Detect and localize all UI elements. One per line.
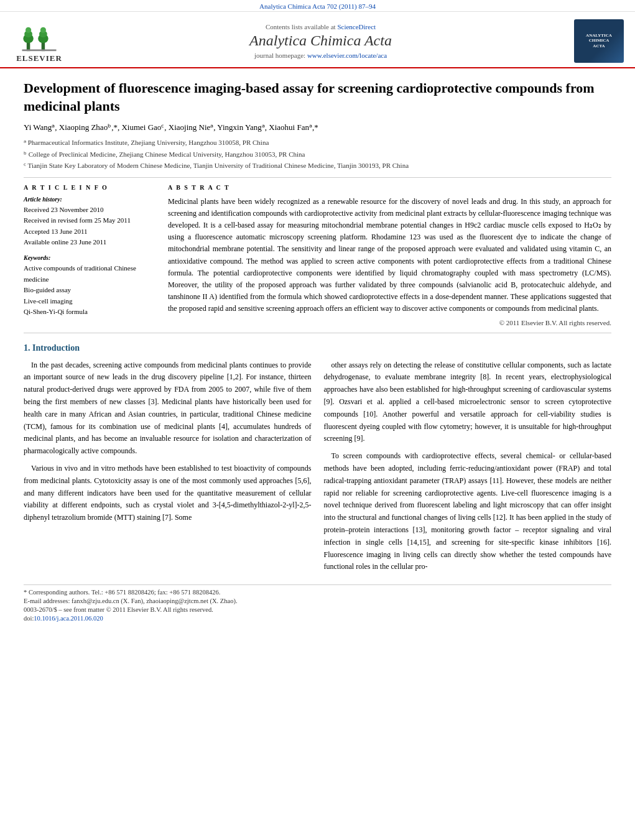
keywords-section: Keywords: Active compounds of traditiona… bbox=[24, 254, 154, 318]
article-history: Article history: Received 23 November 20… bbox=[24, 196, 154, 248]
doi-link[interactable]: 10.1016/j.aca.2011.06.020 bbox=[34, 615, 103, 622]
keyword-2: Bio-guided assay bbox=[24, 285, 154, 296]
revised-date: Received in revised form 25 May 2011 bbox=[24, 215, 154, 226]
journal-header: Analytica Chimica Acta 702 (2011) 87–94 … bbox=[0, 0, 635, 68]
email-addresses: E-mail addresses: fanxh@zju.edu.cn (X. F… bbox=[24, 598, 611, 604]
introduction-section: 1. Introduction In the past decades, scr… bbox=[24, 343, 611, 579]
analytica-journal-logo: ANALYTICACHIMICAACTA bbox=[574, 19, 624, 63]
elsevier-tree-icon bbox=[21, 18, 58, 52]
intro-para-4: To screen compounds with cardioprotectiv… bbox=[324, 450, 612, 573]
left-column: A R T I C L E I N F O Article history: R… bbox=[24, 184, 154, 326]
intro-two-col: In the past decades, screening active co… bbox=[24, 359, 611, 579]
keyword-3: Live-cell imaging bbox=[24, 296, 154, 307]
header-content: ELSEVIER Contents lists available at Sci… bbox=[0, 12, 635, 67]
section-num: 1. bbox=[24, 343, 30, 353]
issn-line: 0003-2670/$ – see front matter © 2011 El… bbox=[24, 606, 611, 613]
homepage-link[interactable]: www.elsevier.com/locate/aca bbox=[307, 52, 387, 59]
main-content: Development of fluorescence imaging-base… bbox=[0, 68, 635, 635]
copyright-line: © 2011 Elsevier B.V. All rights reserved… bbox=[168, 319, 611, 326]
abstract-text: Medicinal plants have been widely recogn… bbox=[168, 196, 611, 315]
affiliation-a: ᵃ Pharmaceutical Informatics Institute, … bbox=[24, 137, 611, 148]
accepted-date: Accepted 13 June 2011 bbox=[24, 226, 154, 238]
keyword-1: Active compounds of traditional Chinese … bbox=[24, 263, 154, 285]
affiliation-b: ᵇ College of Preclinical Medicine, Zheji… bbox=[24, 149, 611, 160]
affiliation-c: ᶜ Tianjin State Key Laboratory of Modern… bbox=[24, 160, 611, 171]
right-column: A B S T R A C T Medicinal plants have be… bbox=[168, 184, 611, 326]
article-title: Development of fluorescence imaging-base… bbox=[24, 80, 611, 115]
footnote-section: * Corresponding authors. Tel.: +86 571 8… bbox=[24, 584, 611, 622]
divider-1 bbox=[24, 177, 611, 178]
history-label: Article history: bbox=[24, 196, 154, 203]
keyword-4: Qi-Shen-Yi-Qi formula bbox=[24, 307, 154, 318]
doi-line: doi:10.1016/j.aca.2011.06.020 bbox=[24, 615, 611, 622]
elsevier-brand-text: ELSEVIER bbox=[16, 53, 62, 63]
article-citation: Analytica Chimica Acta 702 (2011) 87–94 bbox=[259, 2, 376, 10]
received-date: Received 23 November 2010 bbox=[24, 205, 154, 216]
abstract-label: A B S T R A C T bbox=[168, 184, 611, 191]
affiliations: ᵃ Pharmaceutical Informatics Institute, … bbox=[24, 137, 611, 171]
introduction-title: 1. Introduction bbox=[24, 343, 611, 353]
article-info-abstract: A R T I C L E I N F O Article history: R… bbox=[24, 184, 611, 326]
section-name: Introduction bbox=[32, 343, 80, 353]
article-info-label: A R T I C L E I N F O bbox=[24, 184, 154, 191]
authors: Yi Wangᵃ, Xiaoping Zhaoᵇ,*, Xiumei Gaoᶜ,… bbox=[24, 122, 611, 132]
elsevier-logo: ELSEVIER bbox=[11, 18, 67, 63]
divider-2 bbox=[24, 333, 611, 333]
corresponding-author: * Corresponding authors. Tel.: +86 571 8… bbox=[24, 589, 611, 596]
article-info-bar: Analytica Chimica Acta 702 (2011) 87–94 bbox=[0, 0, 635, 12]
intro-para-2: Various in vivo and in vitro methods hav… bbox=[24, 463, 312, 524]
doi-label: doi: bbox=[24, 615, 34, 622]
contents-line: Contents lists available at ScienceDirec… bbox=[67, 23, 574, 30]
svg-point-3 bbox=[25, 27, 31, 33]
keywords-label: Keywords: bbox=[24, 254, 154, 261]
intro-para-1: In the past decades, screening active co… bbox=[24, 359, 312, 458]
online-date: Available online 23 June 2011 bbox=[24, 237, 154, 248]
svg-rect-8 bbox=[22, 49, 57, 51]
intro-para-3: other assays rely on detecting the relea… bbox=[324, 359, 612, 446]
homepage-line: journal homepage: www.elsevier.com/locat… bbox=[67, 52, 574, 59]
intro-right-col: other assays rely on detecting the relea… bbox=[324, 359, 612, 579]
sciencedirect-link[interactable]: ScienceDirect bbox=[337, 23, 376, 30]
page-wrapper: Analytica Chimica Acta 702 (2011) 87–94 … bbox=[0, 0, 635, 635]
svg-point-7 bbox=[40, 27, 46, 33]
journal-title-block: Contents lists available at ScienceDirec… bbox=[67, 23, 574, 59]
intro-left-col: In the past decades, screening active co… bbox=[24, 359, 312, 579]
journal-name: Analytica Chimica Acta bbox=[67, 32, 574, 49]
